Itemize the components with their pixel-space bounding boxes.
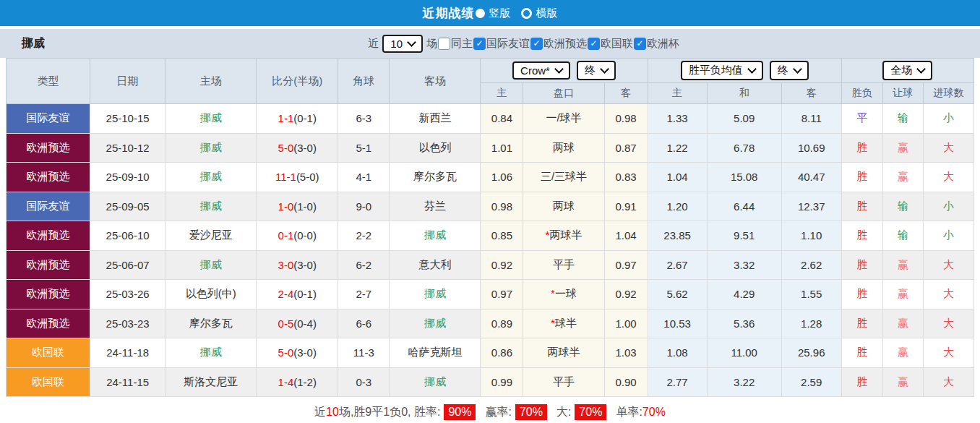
match-type-badge: 欧洲预选	[7, 163, 90, 192]
crow-home-odds: 0.85	[481, 221, 523, 251]
vertical-layout-radio[interactable]	[476, 9, 485, 18]
chevron-down-icon	[554, 64, 564, 74]
handicap-result-cell: 输	[882, 192, 923, 221]
handicap: 两球半	[523, 338, 604, 368]
sub-header-handicap-result: 让球	[882, 83, 923, 104]
avg-away-odds: 1.55	[781, 280, 841, 309]
corner-score: 5-1	[338, 133, 390, 163]
away-team: 摩尔多瓦	[390, 163, 481, 192]
table-row: 欧洲预选25-09-10挪威11-1(5-0)4-1摩尔多瓦1.06三/三球半0…	[7, 163, 974, 192]
period-select[interactable]: 全场	[882, 61, 932, 80]
avg-away-odds: 1.28	[781, 309, 841, 338]
avg-away-odds: 40.47	[781, 163, 841, 192]
crow-away-odds: 0.87	[604, 133, 648, 163]
avg-draw-odds: 3.32	[707, 250, 781, 280]
filter-controls: 近 10 场 同主 ✓ 国际友谊 ✓ 欧洲预选 ✓ 欧国联 ✓ 欧洲杯	[368, 35, 679, 53]
sub-header-avg-away: 客	[781, 83, 841, 104]
col-header-away: 客场	[390, 59, 481, 104]
sub-header-result: 胜负	[841, 83, 882, 104]
match-type-badge: 欧洲预选	[7, 250, 90, 280]
col-header-score: 比分(半场)	[257, 59, 338, 104]
same-home-checkbox[interactable]	[438, 38, 450, 50]
match-date: 25-09-05	[90, 192, 166, 221]
vertical-layout-label[interactable]: 竖版	[489, 7, 511, 20]
odds-time-select-1[interactable]: 终	[577, 61, 616, 80]
handicap-rate-badge: 70%	[515, 404, 547, 420]
odds-time-select-2[interactable]: 终	[770, 61, 809, 80]
match-date: 24-11-15	[90, 367, 166, 397]
avg-home-odds: 1.22	[648, 133, 707, 163]
comp-euroqual-label: 欧洲预选	[543, 37, 587, 51]
handicap: 两球	[523, 133, 604, 163]
away-team: 新西兰	[390, 104, 481, 134]
avg-home-odds: 1.04	[648, 163, 707, 192]
handicap-result-cell: 赢	[882, 250, 923, 280]
result-cell: 胜	[841, 309, 882, 338]
win-rate-badge: 90%	[444, 404, 476, 420]
goals-result-cell: 大	[923, 250, 973, 280]
crow-away-odds: 0.92	[604, 280, 648, 309]
bookmaker-select[interactable]: Crow*	[512, 61, 570, 80]
chevron-down-icon	[747, 64, 757, 74]
crow-away-odds: 0.83	[604, 163, 648, 192]
result-cell: 胜	[841, 367, 882, 397]
corner-score: 2-2	[338, 221, 390, 251]
table-row: 欧洲预选25-03-26以色列(中)2-4(0-1)2-7挪威0.97*一球0.…	[7, 280, 974, 309]
crow-home-odds: 0.86	[481, 338, 523, 368]
period-group-header: 全场	[841, 59, 973, 83]
chevron-down-icon	[916, 64, 926, 74]
match-date: 25-03-23	[90, 309, 166, 338]
comp-euroqual-checkbox[interactable]: ✓	[530, 38, 543, 50]
sub-header-crow-home: 主	[481, 83, 523, 104]
match-type-badge: 欧洲预选	[7, 221, 90, 251]
result-cell: 胜	[841, 338, 882, 368]
table-row: 欧洲预选25-10-12挪威5-0(3-0)5-1以色列1.01两球0.871.…	[7, 133, 974, 163]
match-date: 24-11-18	[90, 338, 166, 368]
top-title-bar: 近期战绩 竖版 横版	[0, 0, 980, 26]
away-team: 意大利	[390, 250, 481, 280]
avg-away-odds: 8.11	[781, 104, 841, 134]
average-select-value: 胜平负均值	[689, 64, 743, 77]
crow-away-odds: 1.00	[604, 309, 648, 338]
away-team: 以色列	[390, 133, 481, 163]
handicap: 三/三球半	[523, 163, 604, 192]
crow-away-odds: 1.04	[604, 221, 648, 251]
result-cell: 胜	[841, 280, 882, 309]
chevron-down-icon	[600, 64, 609, 74]
table-row: 欧洲预选25-03-23摩尔多瓦0-5(0-4)6-6挪威0.89*球半1.00…	[7, 309, 974, 338]
table-row: 国际友谊25-09-05挪威1-0(1-0)9-0芬兰0.98两球0.911.2…	[7, 192, 974, 221]
crow-away-odds: 0.97	[604, 250, 648, 280]
same-home-label: 同主	[451, 37, 473, 51]
avg-draw-odds: 6.78	[707, 133, 781, 163]
handicap-result-cell: 赢	[882, 163, 923, 192]
bookmaker-select-value: Crow*	[520, 64, 550, 77]
corner-score: 6-2	[338, 250, 390, 280]
recent-count-select[interactable]: 10	[382, 35, 423, 53]
match-score: 11-1(5-0)	[257, 163, 338, 192]
comp-nations-checkbox[interactable]: ✓	[588, 38, 600, 50]
horizontal-layout-label[interactable]: 横版	[536, 7, 558, 20]
goals-result-cell: 大	[923, 367, 973, 397]
avg-away-odds: 25.96	[781, 338, 841, 368]
result-cell: 胜	[841, 163, 882, 192]
period-select-value: 全场	[890, 64, 912, 77]
table-row: 欧洲预选25-06-10爱沙尼亚0-1(0-0)2-2挪威0.85*两球半1.0…	[7, 221, 974, 251]
comp-eurocup-checkbox[interactable]: ✓	[634, 38, 646, 50]
match-type-badge: 欧国联	[7, 367, 90, 397]
home-team: 以色列(中)	[166, 280, 257, 309]
average-select[interactable]: 胜平负均值	[681, 61, 763, 80]
away-team: 挪威	[390, 280, 481, 309]
avg-home-odds: 1.33	[648, 104, 707, 134]
match-score: 0-1(0-0)	[257, 221, 338, 251]
horizontal-layout-radio[interactable]	[521, 8, 532, 19]
goals-result-cell: 小	[923, 192, 973, 221]
match-type-badge: 欧洲预选	[7, 309, 90, 338]
comp-friendly-checkbox[interactable]: ✓	[473, 38, 486, 50]
single-rate-label: 单率:	[616, 405, 642, 420]
corner-score: 2-7	[338, 280, 390, 309]
handicap-result-cell: 赢	[882, 280, 923, 309]
crow-away-odds: 0.98	[604, 104, 648, 134]
page-title: 近期战绩	[423, 5, 475, 22]
sub-header-avg-draw: 和	[707, 83, 781, 104]
match-score: 0-5(0-4)	[257, 309, 338, 338]
